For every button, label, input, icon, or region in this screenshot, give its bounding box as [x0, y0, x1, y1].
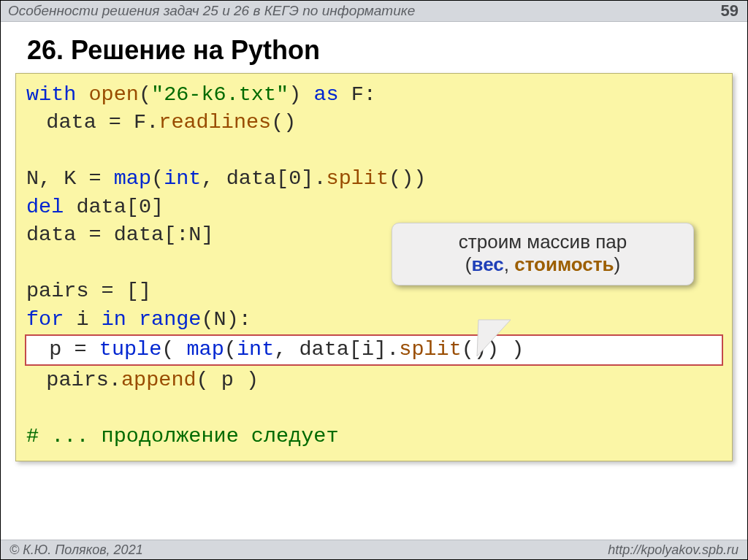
footer-copyright: © К.Ю. Поляков, 2021: [9, 542, 143, 557]
code-token: (): [271, 110, 296, 134]
callout-sep: ,: [504, 253, 514, 275]
code-token: del: [26, 195, 64, 219]
code-token: range: [139, 307, 202, 331]
main-title: 26. Решение на Python: [27, 35, 747, 66]
code-token: "26-k6.txt": [151, 83, 289, 107]
code-token: data = F.: [46, 110, 159, 134]
code-token: i: [64, 307, 101, 331]
code-token: 0: [289, 166, 301, 191]
code-token: data[: [64, 195, 139, 219]
code-token: split: [399, 337, 462, 361]
header-bar: Особенности решения задач 25 и 26 в КЕГЭ…: [1, 1, 747, 22]
footer-bar: © К.Ю. Поляков, 2021 http://kpolyakov.sp…: [1, 540, 747, 559]
code-token: for: [26, 307, 64, 331]
page-number: 59: [721, 1, 739, 21]
code-token: data = data[:N]: [26, 223, 214, 247]
code-token: N, K =: [26, 166, 114, 191]
code-token: [126, 307, 139, 331]
code-comment: # ... продолжение следует: [26, 424, 339, 448]
code-token: append: [121, 368, 196, 392]
code-token: ()): [389, 166, 426, 191]
callout-cost: стоимость: [514, 253, 614, 275]
highlighted-line: p = tuple( map(int, data[i].split()) ): [25, 334, 723, 365]
code-token: (: [139, 83, 151, 107]
code-token: tuple: [99, 337, 162, 361]
footer-site: http://kpolyakov.spb.ru: [608, 540, 739, 559]
code-block: with open("26-k6.txt") as F: data = F.re…: [15, 73, 733, 461]
slide: Особенности решения задач 25 и 26 в КЕГЭ…: [0, 0, 748, 560]
code-token: ]: [151, 195, 164, 219]
code-token: int: [164, 166, 201, 191]
code-token: ( p ): [196, 368, 259, 392]
code-token: F:: [339, 83, 376, 107]
code-token: , data[: [201, 166, 289, 191]
code-token: int: [237, 337, 274, 361]
code-token: p =: [49, 337, 99, 361]
code-token: (: [224, 337, 237, 361]
code-token: (: [151, 166, 164, 191]
callout-text: строим массив пар: [404, 231, 682, 253]
code-token: , data[i].: [274, 337, 399, 361]
code-token: split: [327, 166, 389, 191]
code-token: ): [289, 83, 313, 107]
code-token: readlines: [159, 110, 271, 134]
code-token: open: [89, 83, 139, 107]
callout-bubble: строим массив пар (вес, стоимость): [392, 223, 694, 285]
code-token: as: [313, 83, 338, 107]
code-token: in: [102, 307, 126, 331]
callout-close: ): [614, 253, 621, 275]
code-token: map: [114, 166, 151, 191]
code-token: with: [26, 83, 89, 107]
code-token: (: [161, 337, 186, 361]
code-token: 0: [139, 195, 151, 219]
callout-open: (: [465, 253, 472, 275]
callout-weight: вес: [472, 253, 504, 275]
header-title: Особенности решения задач 25 и 26 в КЕГЭ…: [8, 3, 415, 18]
code-token: pairs = []: [26, 279, 151, 303]
code-token: (N):: [201, 307, 251, 331]
svg-marker-0: [477, 320, 511, 356]
callout-pair: (вес, стоимость): [404, 253, 682, 276]
code-token: ].: [301, 166, 326, 191]
code-token: map: [187, 337, 224, 361]
code-token: pairs.: [46, 368, 121, 392]
